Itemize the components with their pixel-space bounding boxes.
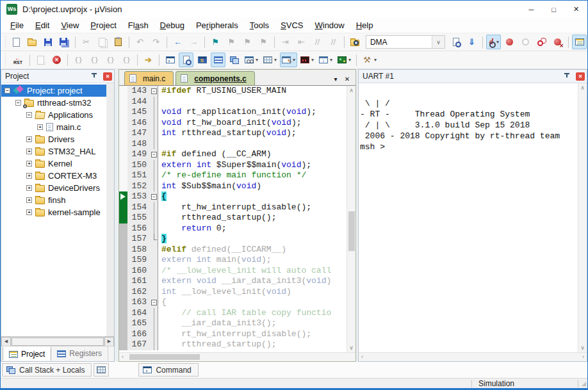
navigate-forward-button[interactable]: → [186,35,201,49]
scroll-up-icon[interactable]: ∧ [578,85,587,91]
uart-vscrollbar[interactable]: ∧ ∨ [578,83,587,352]
insert-breakpoint-button[interactable] [502,35,517,49]
find-in-files-button[interactable] [348,35,363,49]
tree-item-kernel-sample[interactable]: +kernel-sample [1,206,106,218]
menu-peripherals[interactable]: Peripherals [190,20,244,30]
tree-item-stm32-hal[interactable]: +STM32_HAL [1,145,106,158]
cut-button[interactable]: ✂ [79,35,94,49]
expand-icon[interactable]: + [26,161,32,167]
previous-bookmark-button[interactable]: ⚑ [224,35,239,49]
paste-button[interactable] [111,35,126,49]
menu-file[interactable]: File [4,20,29,30]
tab-components-c[interactable]: components.c [176,71,254,85]
run-to-cursor-button[interactable]: {} [119,53,134,67]
enable-disable-breakpoint-button[interactable] [518,35,533,49]
fold-collapse-control[interactable]: − [150,86,158,97]
serial-window-button[interactable]: ▾ [280,53,297,67]
step-over-button[interactable]: {} [87,53,102,67]
expand-icon[interactable]: + [37,124,43,130]
scroll-up-icon[interactable]: ∧ [347,87,355,93]
document-list-icon[interactable]: ▾ [330,72,341,85]
tree-item-drivers[interactable]: +Drivers [1,133,106,145]
editor-vscrollbar[interactable]: ∧ ∨ [347,86,355,352]
menu-window[interactable]: Window [309,20,350,30]
tree-item-main-c[interactable]: +main.c [1,121,106,133]
toolbox-button[interactable]: ▾ [336,53,353,67]
scroll-left-icon[interactable]: ‹ [361,353,363,360]
command-window-button[interactable] [163,53,177,67]
scroll-right-icon[interactable]: › [582,353,584,360]
editor-hscrollbar[interactable]: ‹ [119,352,355,361]
fold-minus-icon[interactable]: − [151,194,157,200]
tree-item-project-project[interactable]: −Project: project [1,85,106,97]
fold-collapse-control[interactable]: − [150,191,158,202]
tree-item-kernel[interactable]: +Kernel [1,158,106,170]
panel-tab-project[interactable]: Project [3,346,51,361]
expand-icon[interactable]: + [26,173,32,179]
panel-tab-registers[interactable]: Registers [51,346,108,361]
close-project-panel-button[interactable]: ✕ [103,72,112,81]
lookup-symbol-button[interactable]: ▾ [486,35,501,49]
tab-main-c[interactable]: main.c [124,71,174,85]
comment-selection-button[interactable]: // [310,35,325,49]
outdent-button[interactable]: ⇤ [294,35,309,49]
tree-item-rtthread-stm32[interactable]: −rtthread-stm32 [1,97,106,109]
dma-combobox[interactable]: DMA∨ [366,35,445,49]
code-area[interactable]: 143−#ifdef RT_USING_USER_MAIN144145void … [119,86,347,352]
scroll-thumb[interactable] [12,337,104,346]
kill-all-breakpoints-button[interactable] [550,35,565,49]
menu-svcs[interactable]: SVCS [275,20,309,30]
maximize-button[interactable]: □ [543,1,565,18]
uart-output[interactable]: \ | / - RT - Thread Operating System / |… [359,83,578,352]
tree-item-finsh[interactable]: +finsh [1,194,106,206]
symbol-window-button[interactable] [195,53,209,67]
reset-cpu-button[interactable] [10,53,26,67]
scroll-left-icon[interactable]: ‹ [122,353,124,360]
watch-window-button[interactable]: ▾ [243,53,260,67]
disable-all-breakpoints-button[interactable] [534,35,549,49]
memory-window-button[interactable]: ▾ [261,53,279,67]
expand-icon[interactable]: + [26,197,32,203]
undo-button[interactable]: ↶ [133,35,147,49]
clear-bookmarks-button[interactable]: ⚑ [256,35,271,49]
next-bookmark-button[interactable]: ⚑ [240,35,255,49]
new-file-button[interactable] [9,35,24,49]
indent-button[interactable]: ⇥ [278,35,293,49]
call-stack-window-button[interactable] [227,53,241,67]
open-file-button[interactable] [25,35,40,49]
project-tree-scrollbar[interactable] [106,83,114,336]
scroll-thumb[interactable] [129,354,200,360]
scroll-down-icon[interactable]: ∨ [578,345,587,351]
menu-flash[interactable]: Flash [122,20,154,30]
expand-icon[interactable]: + [26,136,32,142]
scroll-down-icon[interactable]: ∨ [347,345,355,351]
find-dialog-button[interactable] [448,35,463,49]
collapse-icon[interactable]: − [26,112,32,118]
fold-minus-icon[interactable]: − [151,152,157,158]
fold-collapse-control[interactable]: − [150,149,158,160]
uart-hscrollbar[interactable]: ‹ › [359,352,587,361]
logic-analyzer-button[interactable]: ▾ [298,53,316,67]
uncomment-selection-button[interactable]: // [326,35,341,49]
menu-project[interactable]: Project [85,20,122,30]
configure-tools-button[interactable]: ⚒▾ [360,53,379,67]
scroll-left-icon[interactable]: ◀ [1,337,11,346]
menu-edit[interactable]: Edit [29,20,55,30]
expand-icon[interactable]: + [26,149,32,154]
minimize-button[interactable]: ─ [520,1,543,18]
tree-item-cortex-m3[interactable]: +CORTEX-M3 [1,170,106,182]
fold-collapse-control[interactable]: − [150,297,158,308]
scroll-thumb[interactable] [348,211,355,251]
dma-dropdown-icon[interactable]: ∨ [432,36,445,48]
navigate-back-button[interactable]: ← [170,35,185,49]
command-tab[interactable]: Command [138,363,198,377]
step-out-button[interactable]: {} [103,53,118,67]
keypad-button[interactable] [94,363,109,377]
fold-minus-icon[interactable]: − [151,88,157,94]
collapse-icon[interactable]: − [15,100,21,106]
menu-tools[interactable]: Tools [244,20,275,30]
expand-icon[interactable]: + [26,185,32,191]
copy-button[interactable] [95,35,110,49]
pin-icon[interactable] [564,72,570,80]
registers-window-button[interactable] [211,53,225,67]
